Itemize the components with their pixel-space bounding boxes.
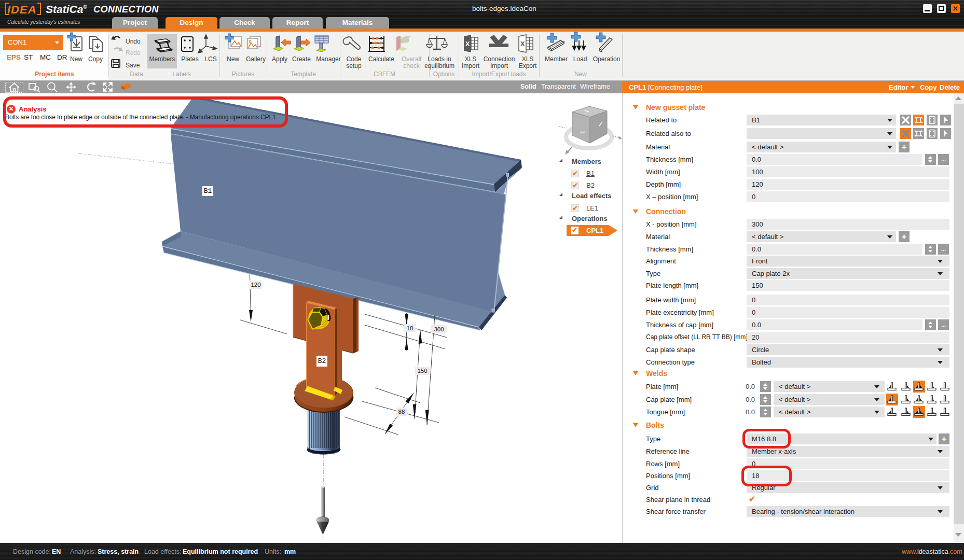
svg-text:18: 18 bbox=[407, 325, 414, 331]
svg-text:300: 300 bbox=[434, 326, 444, 332]
svg-text:X: X bbox=[465, 40, 470, 48]
svg-text:120: 120 bbox=[251, 282, 260, 288]
svg-text:+Y: +Y bbox=[580, 130, 586, 135]
svg-text:150: 150 bbox=[417, 368, 427, 374]
svg-text:X: X bbox=[520, 40, 525, 48]
svg-text:88: 88 bbox=[398, 409, 405, 415]
